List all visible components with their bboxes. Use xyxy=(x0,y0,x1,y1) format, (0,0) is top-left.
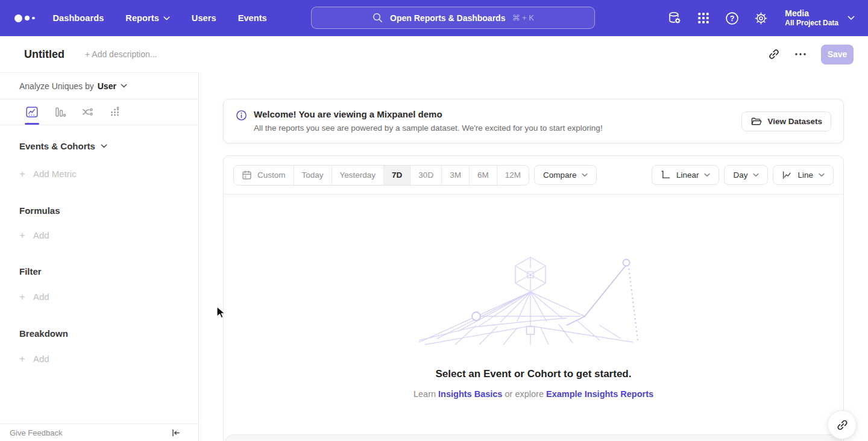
apps-grid-icon[interactable] xyxy=(696,11,711,25)
range-12m-label: 12M xyxy=(505,170,521,180)
main-content: Welcome! You are viewing a Mixpanel demo… xyxy=(199,72,868,441)
empty-state-subtitle: Learn Insights Basics or explore Example… xyxy=(224,389,843,399)
interval-label: Day xyxy=(733,170,747,180)
give-feedback-link[interactable]: Give Feedback xyxy=(10,428,62,437)
range-7d-label: 7D xyxy=(392,170,402,180)
plus-icon: + xyxy=(19,230,25,240)
range-custom[interactable]: Custom xyxy=(234,166,294,185)
viz-tab-line-chart[interactable] xyxy=(18,99,46,125)
insights-basics-link[interactable]: Insights Basics xyxy=(438,389,502,399)
example-insights-reports-link[interactable]: Example Insights Reports xyxy=(546,389,653,399)
report-header-actions: Save xyxy=(764,45,854,64)
chart-controls: Custom Today Yesterday 7D 30D 3M 6M 12M … xyxy=(224,156,843,195)
add-filter-button[interactable]: + Add xyxy=(19,292,189,302)
report-description-placeholder[interactable]: + Add description... xyxy=(85,49,157,59)
view-datasets-button[interactable]: View Datasets xyxy=(741,111,831,131)
line-chart-frame-icon xyxy=(25,105,39,119)
ellipsis-icon xyxy=(795,53,806,55)
events-cohorts-section-header[interactable]: Events & Cohorts xyxy=(19,141,189,151)
mixpanel-logo-icon[interactable] xyxy=(14,14,35,22)
chart-type-label: Line xyxy=(797,170,813,180)
svg-text:?: ? xyxy=(730,14,735,23)
demo-banner: Welcome! You are viewing a Mixpanel demo… xyxy=(223,99,844,143)
range-yesterday[interactable]: Yesterday xyxy=(332,166,384,185)
range-12m[interactable]: 12M xyxy=(497,166,529,185)
top-nav-right: ? Media All Project Data xyxy=(667,8,868,28)
formulas-label: Formulas xyxy=(19,205,60,216)
banner-subtitle: All the reports you see are powered by a… xyxy=(254,122,603,134)
breakdown-table-peek xyxy=(225,434,842,441)
range-today-label: Today xyxy=(302,170,324,180)
chevron-down-icon xyxy=(163,16,170,20)
chart-display-controls: Linear Day Line xyxy=(652,165,834,185)
chevron-down-icon xyxy=(753,173,759,177)
chevron-down-icon xyxy=(848,16,855,20)
chevron-down-icon xyxy=(819,173,825,177)
banner-content: Welcome! You are viewing a Mixpanel demo… xyxy=(236,108,603,134)
search-shortcut: ⌘ + K xyxy=(512,13,534,22)
chevron-down-icon xyxy=(101,144,107,148)
viz-tab-bar-chart[interactable] xyxy=(46,99,74,125)
events-cohorts-label: Events & Cohorts xyxy=(19,141,95,151)
chart-type-selector[interactable]: Line xyxy=(773,165,834,185)
analyze-row: Analyze Uniques by User xyxy=(0,73,198,99)
collapse-sidebar-button[interactable] xyxy=(171,428,180,437)
interval-selector[interactable]: Day xyxy=(724,165,768,185)
report-card: Custom Today Yesterday 7D 30D 3M 6M 12M … xyxy=(223,155,844,441)
nav-reports[interactable]: Reports xyxy=(125,13,170,23)
explore-middle: or explore xyxy=(505,389,543,399)
plus-icon: + xyxy=(19,292,25,302)
search-icon xyxy=(372,12,383,23)
range-7d[interactable]: 7D xyxy=(383,166,410,185)
add-metric-button[interactable]: + Add Metric xyxy=(19,169,189,179)
formulas-section-header: Formulas xyxy=(19,205,189,216)
compare-button[interactable]: Compare xyxy=(534,165,597,185)
empty-state: Select an Event or Cohort to get started… xyxy=(224,254,843,399)
add-breakdown-button[interactable]: + Add xyxy=(19,354,189,364)
settings-gear-icon[interactable] xyxy=(753,11,769,26)
more-options-button[interactable] xyxy=(791,45,810,64)
bar-chart-icon xyxy=(53,105,66,119)
dot-grid-icon xyxy=(108,105,122,119)
save-button[interactable]: Save xyxy=(821,45,854,64)
nav-events[interactable]: Events xyxy=(238,13,267,23)
query-sections: Events & Cohorts + Add Metric Formulas +… xyxy=(0,141,198,364)
add-filter-label: Add xyxy=(33,292,49,302)
range-yesterday-label: Yesterday xyxy=(340,170,376,180)
link-icon xyxy=(768,48,780,60)
empty-state-illustration xyxy=(419,254,648,346)
nav-users[interactable]: Users xyxy=(192,13,216,23)
axis-icon xyxy=(661,170,671,180)
nav-events-label: Events xyxy=(238,13,267,23)
range-30d-label: 30D xyxy=(418,170,433,180)
global-search[interactable]: Open Reports & Dashboards ⌘ + K xyxy=(311,7,595,29)
data-management-icon[interactable] xyxy=(667,10,682,26)
viz-tab-retention-grid[interactable] xyxy=(101,99,129,125)
analyze-value-dropdown[interactable]: User xyxy=(98,81,116,91)
help-icon[interactable]: ? xyxy=(725,11,740,26)
add-breakdown-label: Add xyxy=(33,354,49,364)
viz-tab-flows[interactable] xyxy=(74,99,101,125)
calendar-icon xyxy=(242,170,252,180)
range-30d[interactable]: 30D xyxy=(410,166,441,185)
add-metric-label: Add Metric xyxy=(33,169,77,179)
project-environment: All Project Data xyxy=(785,19,838,28)
project-switcher[interactable]: Media All Project Data xyxy=(785,8,855,28)
chevron-down-icon xyxy=(704,173,710,177)
compare-label: Compare xyxy=(543,170,577,180)
scale-selector[interactable]: Linear xyxy=(652,165,720,185)
banner-text: Welcome! You are viewing a Mixpanel demo… xyxy=(254,108,603,134)
link-icon xyxy=(836,419,849,431)
plus-icon: + xyxy=(19,169,25,179)
add-formula-label: Add xyxy=(33,230,49,240)
range-3m[interactable]: 3M xyxy=(441,166,469,185)
add-formula-button[interactable]: + Add xyxy=(19,230,189,240)
range-6m[interactable]: 6M xyxy=(469,166,497,185)
filter-label: Filter xyxy=(19,266,42,277)
share-link-fab[interactable] xyxy=(828,410,857,439)
nav-dashboards[interactable]: Dashboards xyxy=(53,13,104,23)
range-today[interactable]: Today xyxy=(294,166,332,185)
analyze-prefix-label: Analyze Uniques by xyxy=(19,81,94,91)
copy-link-button[interactable] xyxy=(764,45,784,64)
report-title[interactable]: Untitled xyxy=(24,48,64,61)
